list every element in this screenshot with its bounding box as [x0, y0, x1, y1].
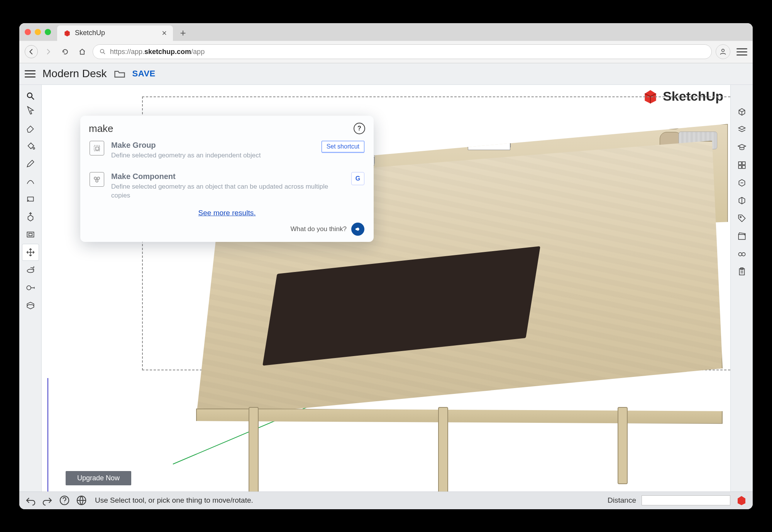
app-main: SketchUp — [19, 85, 753, 491]
tags-panel[interactable] — [733, 210, 750, 227]
nav-reload-button[interactable] — [59, 45, 72, 58]
cursor-icon — [25, 105, 36, 115]
pencil-tool[interactable] — [22, 155, 39, 172]
softening-panel[interactable] — [733, 263, 750, 280]
layers-panel[interactable] — [733, 121, 750, 138]
cube-info-icon — [737, 107, 747, 117]
move-tool[interactable] — [22, 244, 39, 261]
tape-tool[interactable] — [22, 279, 39, 296]
nav-back-button[interactable] — [25, 45, 38, 58]
redo-button[interactable] — [42, 495, 53, 506]
paint-tool[interactable] — [22, 137, 39, 154]
tab-close-icon[interactable]: × — [162, 28, 167, 38]
url-host: sketchup.com — [144, 48, 191, 56]
eraser-icon — [25, 123, 36, 133]
browser-tab-title: SketchUp — [75, 29, 105, 37]
search-icon — [26, 91, 35, 101]
help-button[interactable] — [59, 495, 70, 506]
model-viewport[interactable]: SketchUp — [42, 85, 730, 491]
window-close-button[interactable] — [25, 29, 31, 35]
desk-leg — [618, 407, 628, 484]
measurement-label: Distance — [608, 496, 636, 505]
outliner-panel[interactable] — [733, 192, 750, 209]
status-message: Use Select tool, or pick one thing to mo… — [95, 496, 253, 505]
section-plane-icon — [25, 301, 36, 311]
feedback-label: What do you think? — [290, 225, 347, 233]
result-desc: Define selected geometry as an object th… — [111, 182, 344, 200]
feedback-button[interactable] — [351, 223, 364, 236]
undo-button[interactable] — [25, 495, 36, 506]
browser-toolbar: https://app.sketchup.com/app — [19, 41, 753, 63]
svg-rect-14 — [738, 162, 742, 165]
arc-icon — [25, 176, 36, 186]
person-icon — [719, 48, 727, 56]
eraser-tool[interactable] — [22, 120, 39, 137]
arrow-right-icon — [45, 48, 52, 55]
command-search-input[interactable] — [89, 123, 354, 135]
window-minimize-button[interactable] — [35, 29, 41, 35]
svg-rect-5 — [27, 232, 34, 237]
address-bar[interactable]: https://app.sketchup.com/app — [93, 44, 712, 59]
desk-leg — [249, 407, 259, 491]
browser-tab[interactable]: SketchUp × — [57, 25, 173, 41]
arrow-left-icon — [28, 48, 35, 55]
save-button[interactable]: SAVE — [132, 69, 156, 79]
svg-rect-19 — [738, 234, 745, 239]
url-path: /app — [191, 48, 205, 56]
clapperboard-icon — [737, 231, 747, 241]
feedback-row: What do you think? — [89, 221, 365, 237]
search-result[interactable]: Make Component Define selected geometry … — [89, 166, 365, 206]
upgrade-button[interactable]: Upgrade Now — [66, 471, 131, 485]
group-icon — [90, 141, 104, 155]
window-controls — [25, 29, 51, 35]
sketchup-corner-icon — [736, 495, 747, 506]
tape-measure-icon — [25, 283, 36, 293]
rotate-tool[interactable] — [22, 262, 39, 279]
browser-menu-button[interactable] — [736, 48, 747, 56]
graduation-cap-icon — [737, 142, 747, 152]
display-panel[interactable] — [733, 245, 750, 262]
select-tool[interactable] — [22, 102, 39, 119]
app-menu-button[interactable] — [25, 70, 36, 78]
scenes-panel[interactable] — [733, 228, 750, 245]
svg-rect-15 — [742, 162, 745, 165]
move-icon — [25, 247, 36, 257]
measurement-input[interactable] — [642, 495, 730, 505]
arc-tool[interactable] — [22, 173, 39, 190]
svg-point-21 — [742, 252, 745, 256]
see-more-link[interactable]: See more results. — [89, 206, 365, 221]
svg-point-8 — [27, 285, 31, 290]
shortcut-key: G — [351, 172, 364, 185]
nav-forward-button[interactable] — [42, 45, 55, 58]
language-button[interactable] — [76, 495, 87, 506]
svg-rect-10 — [96, 147, 99, 150]
rectangle-tool[interactable] — [22, 191, 39, 208]
pushpull-icon — [25, 212, 36, 222]
entity-info-panel[interactable] — [733, 103, 750, 120]
3dwarehouse-panel[interactable] — [733, 174, 750, 191]
set-shortcut-button[interactable]: Set shortcut — [322, 141, 364, 152]
command-search-button[interactable] — [22, 88, 39, 104]
warehouse-icon — [737, 178, 747, 188]
components-panel[interactable] — [733, 157, 750, 174]
glasses-icon — [737, 249, 747, 259]
instructor-panel[interactable] — [733, 139, 750, 156]
svg-rect-6 — [29, 233, 32, 236]
url-prefix: https://app. — [110, 48, 144, 56]
axis-blue — [47, 378, 48, 491]
help-icon[interactable]: ? — [354, 123, 365, 134]
account-button[interactable] — [716, 44, 730, 59]
folder-icon[interactable] — [114, 69, 125, 79]
pushpull-tool[interactable] — [22, 208, 39, 225]
search-result[interactable]: Make Group Define selected geometry as a… — [89, 135, 365, 166]
svg-point-12 — [97, 177, 100, 179]
svg-rect-16 — [738, 166, 742, 169]
new-tab-button[interactable]: + — [177, 27, 189, 39]
window-zoom-button[interactable] — [45, 29, 51, 35]
megaphone-icon — [354, 226, 361, 233]
offset-tool[interactable] — [22, 226, 39, 243]
section-tool[interactable] — [22, 297, 39, 314]
layers-icon — [737, 125, 747, 135]
right-panel-bar — [730, 85, 753, 491]
nav-home-button[interactable] — [76, 45, 89, 58]
